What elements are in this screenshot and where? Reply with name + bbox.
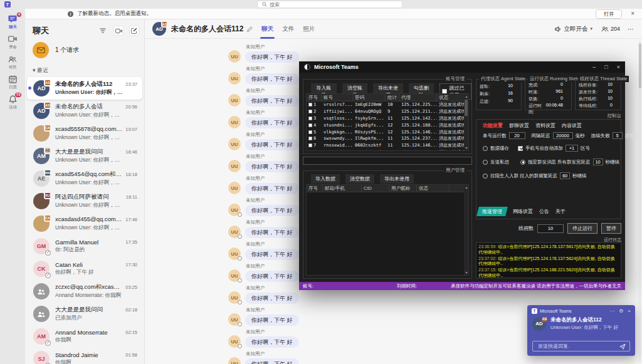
log-box[interactable]: 23:36:59: 错误>当前代理IP[125.124.178.137:5617… (476, 242, 621, 278)
group-msg-radio[interactable] (520, 160, 525, 165)
message-avatar: UU (228, 182, 241, 194)
rail-item-calendar[interactable]: 日历 (0, 72, 25, 92)
row-checkbox[interactable] (308, 137, 312, 140)
content-input[interactable] (303, 157, 472, 165)
chat-list-item[interactable]: RJ 阿达四点阿萨被请问 Unknown User: 你好啊，下午 好 18:1… (27, 190, 142, 212)
private-msg-radio[interactable] (483, 160, 488, 165)
auto-prefix-checkbox[interactable] (518, 146, 523, 151)
toast-settings-icon[interactable]: ⚙ (619, 308, 623, 314)
account-table-row[interactable]: 4 stusndni... jkqkEgfs... 12 125.124.188… (307, 122, 464, 128)
chat-list-item[interactable]: AD AS 未命名的多人会话 Unknown User: 你好啊，下午 好 20… (27, 100, 142, 122)
account-table-row[interactable]: 7 rnssxwid... 0602cszktf 11 125.124.146.… (307, 142, 464, 149)
stop-button[interactable]: 停止运行 (567, 223, 597, 234)
row-checkbox[interactable] (308, 150, 312, 151)
chat-list-item[interactable]: AD AS 未命名的多人会话112 Unknown User: 你好啊，下午 好… (27, 77, 142, 100)
message: 未知用户 UU 你好啊，下午 好 (228, 44, 638, 63)
filter-icon (100, 28, 106, 33)
account-table-row[interactable]: 3 vsqtlsss... fsykySrn... 11 125.124.142… (307, 115, 464, 122)
scrollbar[interactable] (464, 94, 468, 150)
scrollbar[interactable] (464, 185, 468, 275)
row-checkbox[interactable] (308, 110, 312, 113)
row-checkbox[interactable] (308, 123, 312, 127)
quick-reply-box[interactable] (532, 341, 630, 351)
conversation-tab[interactable]: 照片 (303, 19, 315, 39)
user-action-button[interactable]: 清空数据 (345, 174, 374, 184)
banner-open-button[interactable]: 打开 (596, 9, 622, 19)
chat-list-item[interactable]: AM Annand Monserrate 你我啊 02:15 (27, 325, 142, 348)
area-code-input[interactable] (566, 145, 578, 152)
send-icon[interactable] (619, 343, 626, 350)
toast-close-button[interactable]: × (628, 308, 631, 314)
row-checkbox[interactable] (308, 103, 312, 107)
group-delay-input[interactable] (593, 159, 603, 165)
account-table-row[interactable]: 6 swsvwndy... IlRwpkfm... 11 125.124.237… (307, 135, 464, 142)
video-icon (8, 35, 17, 43)
minimize-button[interactable]: – (592, 65, 596, 70)
rail-item-chat[interactable]: 4 聊天 (0, 12, 25, 32)
rail-item-activity[interactable]: 72 活动 (0, 92, 25, 112)
section-recent[interactable]: ▾ 最近 (25, 61, 144, 77)
banner-close-icon[interactable]: × (631, 11, 634, 17)
rail-item-community[interactable]: 社区 (0, 52, 25, 72)
fail-count-input[interactable] (613, 132, 623, 139)
conversation-tab[interactable]: 文件 (282, 19, 294, 39)
search-input[interactable]: 搜索 (257, 1, 403, 8)
chat-list-item[interactable]: AE BN xcasd5454@qq.com和Janowski Matilde … (27, 167, 142, 190)
edit-title-button[interactable] (247, 26, 253, 32)
account-table-row[interactable]: 5 vlkgkkgn... RVszysPS... 12 125.124.146… (307, 128, 464, 135)
pause-button[interactable]: 暂停 (601, 223, 621, 234)
account-table-row[interactable]: 8 tgrsvhik... gzRRiVW7PS 11 125.124.120.… (307, 149, 464, 151)
more-options-button[interactable]: ⋯ (628, 26, 634, 33)
invite-delay-input[interactable] (560, 172, 570, 179)
chat-item-title: 未命名的多人会话112 (55, 80, 123, 88)
conversation-tab[interactable]: 聊天 (261, 19, 273, 39)
meet-now-button[interactable]: 立即开会 ▾ (554, 25, 592, 33)
chat-list-item[interactable]: CA xcasdasd455@qq.com和Fiorilli Janine Un… (27, 212, 142, 235)
scrollbar-thumb[interactable] (639, 43, 641, 88)
account-table-row[interactable]: 2 iffiijwi... 64nvuQROgQ 9 125.124.211..… (307, 108, 464, 115)
presence-status-icon (238, 212, 242, 217)
chat-list-item[interactable]: CK Catan Keli 你好啊，下午 好 17:30 (27, 257, 142, 280)
chat-list-item[interactable]: zczxc@qq.com和xcasd asdwwq Annand Monserr… (27, 280, 142, 303)
row-checkbox[interactable] (308, 117, 312, 120)
thread-count-input[interactable] (537, 224, 564, 233)
setting-tab[interactable]: 功能设置 (483, 122, 503, 129)
interval-delay-input[interactable] (553, 132, 573, 139)
per-account-count-input[interactable] (509, 132, 525, 139)
row-checkbox[interactable] (308, 130, 312, 134)
rail-item-meet[interactable]: 开会 (0, 32, 25, 52)
push-manage-tab[interactable]: 推送管理 (476, 207, 508, 216)
chat-list-item[interactable]: 大大是是是我问问 已添加用户 02:18 (27, 303, 142, 325)
maximize-button[interactable]: □ (604, 65, 608, 70)
data-cache-radio[interactable] (483, 146, 488, 151)
bottom-tab[interactable]: 关于 (555, 208, 566, 215)
user-action-button[interactable]: 导入数据 (311, 174, 340, 184)
chat-list-item[interactable]: SJ Standrod Jaimie 你我啊 01:58 (27, 348, 142, 364)
avatar: AE BN (33, 170, 50, 187)
setting-tab[interactable]: 群聊设置 (509, 122, 529, 129)
scrollbar[interactable] (638, 41, 641, 363)
filter-button[interactable] (98, 26, 108, 36)
bottom-tab[interactable]: 公告 (539, 208, 549, 215)
setting-tab[interactable]: 资料设置 (535, 122, 555, 129)
chat-list-item[interactable]: AM AE 大大是是是我问问 Unknown User: 你好啊，下午 好 18… (27, 145, 142, 167)
scrollbar-thumb[interactable] (465, 100, 468, 116)
message-bubble: 你好啊，下午 好 (245, 271, 299, 282)
tool-titlebar[interactable]: Microsoft Teams – □ × (299, 61, 625, 73)
chat-list-item[interactable]: CA xcasd555878@qq.com和xcas1dasdas1... Un… (27, 122, 142, 145)
chat-requests-row[interactable]: 1 个请求 (25, 39, 144, 61)
new-meeting-button[interactable] (113, 26, 124, 36)
close-button[interactable]: × (617, 65, 620, 70)
account-table-row[interactable]: 1 vrsslrs7... ImEgE220mW 10 125.124.225.… (307, 101, 464, 108)
user-action-button[interactable]: 导出未使用 (380, 174, 414, 184)
quick-reply-input[interactable] (537, 343, 617, 350)
invite-stranger-radio[interactable] (483, 174, 488, 179)
member-count-button[interactable]: 204 (601, 26, 620, 32)
notification-toast[interactable]: T Microsoft Teams ⋯ ⚙ × AD AS 未命名的多人会话11… (527, 305, 635, 356)
chat-list-item[interactable]: GM Garmilla Manuel 你: 阿达是的 17:35 (27, 235, 142, 257)
toast-more-button[interactable]: ⋯ (609, 308, 614, 314)
row-checkbox[interactable] (308, 143, 312, 147)
setting-tab[interactable]: 内容设置 (562, 122, 582, 129)
new-chat-button[interactable] (129, 26, 139, 36)
bottom-tab[interactable]: 网络设置 (513, 208, 533, 215)
